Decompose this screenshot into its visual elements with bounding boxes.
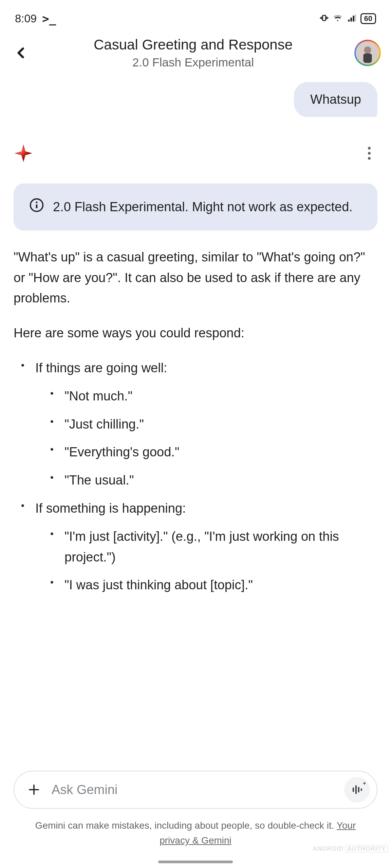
status-right: 60 <box>320 13 376 24</box>
model-subtitle: 2.0 Flash Experimental <box>35 56 352 69</box>
battery-level: 60 <box>364 14 372 23</box>
add-button[interactable] <box>24 780 43 799</box>
more-options-button[interactable] <box>361 145 377 161</box>
text-input[interactable]: Ask Gemini <box>52 783 336 797</box>
header-titles: Casual Greeting and Response 2.0 Flash E… <box>35 37 352 69</box>
status-bar: 8:09 >_ 60 <box>0 0 391 33</box>
svg-rect-3 <box>353 16 354 22</box>
profile-avatar[interactable] <box>354 40 381 66</box>
watermark-part1: ANDROID <box>313 845 343 852</box>
terminal-icon: >_ <box>42 12 56 25</box>
ai-para-2: Here are some ways you could respond: <box>14 323 377 343</box>
model-info-banner: 2.0 Flash Experimental. Might not work a… <box>14 183 377 231</box>
signal-icon <box>347 13 356 24</box>
response-list: If things are going well: "Not much." "J… <box>14 358 377 595</box>
nav-handle[interactable] <box>158 861 233 863</box>
watermark: ANDROID AUTHORITY <box>313 845 388 852</box>
section-1-label: If things are going well: <box>35 361 167 375</box>
svg-point-6 <box>368 152 371 155</box>
svg-point-10 <box>36 201 37 203</box>
user-message-bubble: Whatsup <box>294 82 377 117</box>
section-2-label: If something is happening: <box>35 501 186 515</box>
user-message-row: Whatsup <box>14 82 377 117</box>
chat-title: Casual Greeting and Response <box>35 37 352 53</box>
vibrate-icon <box>320 14 329 24</box>
list-item: "Everything's good." <box>50 442 377 462</box>
status-time: 8:09 <box>15 12 37 25</box>
battery-icon: 60 <box>360 13 376 24</box>
avatar-image <box>356 41 379 65</box>
section-2-items: "I'm just [activity]." (e.g., "I'm just … <box>35 526 377 595</box>
svg-point-5 <box>368 147 371 150</box>
section-1-items: "Not much." "Just chilling." "Everything… <box>35 386 377 491</box>
back-button[interactable] <box>10 42 32 64</box>
app-header: Casual Greeting and Response 2.0 Flash E… <box>0 33 391 79</box>
list-section-2: If something is happening: "I'm just [ac… <box>21 498 377 595</box>
disclaimer-text: Gemini can make mistakes, including abou… <box>35 820 337 831</box>
list-section-1: If things are going well: "Not much." "J… <box>21 358 377 491</box>
ai-header-row <box>14 133 377 183</box>
gemini-sparkle-icon <box>14 143 33 163</box>
input-area: Ask Gemini ✦ Gemini can make mistakes, i… <box>0 771 391 848</box>
svg-rect-2 <box>350 18 352 22</box>
status-left: 8:09 >_ <box>15 12 56 25</box>
info-banner-text: 2.0 Flash Experimental. Might not work a… <box>53 197 353 217</box>
wifi-icon <box>333 13 343 24</box>
list-item: "Just chilling." <box>50 414 377 435</box>
list-item: "The usual." <box>50 470 377 491</box>
disclaimer: Gemini can make mistakes, including abou… <box>14 818 377 848</box>
input-container[interactable]: Ask Gemini ✦ <box>14 771 377 809</box>
ai-para-1: "What's up" is a casual greeting, simila… <box>14 247 377 309</box>
info-icon <box>29 198 44 213</box>
ai-response: "What's up" is a casual greeting, simila… <box>14 247 377 595</box>
svg-rect-0 <box>322 15 325 20</box>
svg-rect-4 <box>355 14 356 21</box>
svg-rect-1 <box>348 20 350 22</box>
list-item: "I'm just [activity]." (e.g., "I'm just … <box>50 526 377 568</box>
list-item: "I was just thinking about [topic]." <box>50 575 377 595</box>
watermark-part2: AUTHORITY <box>346 845 388 852</box>
sparkle-accent-icon: ✦ <box>362 780 367 787</box>
chat-area: Whatsup 2.0 Flash Experimental. Might no… <box>0 82 391 595</box>
voice-input-button[interactable]: ✦ <box>344 777 370 803</box>
list-item: "Not much." <box>50 386 377 407</box>
svg-point-7 <box>368 157 371 160</box>
